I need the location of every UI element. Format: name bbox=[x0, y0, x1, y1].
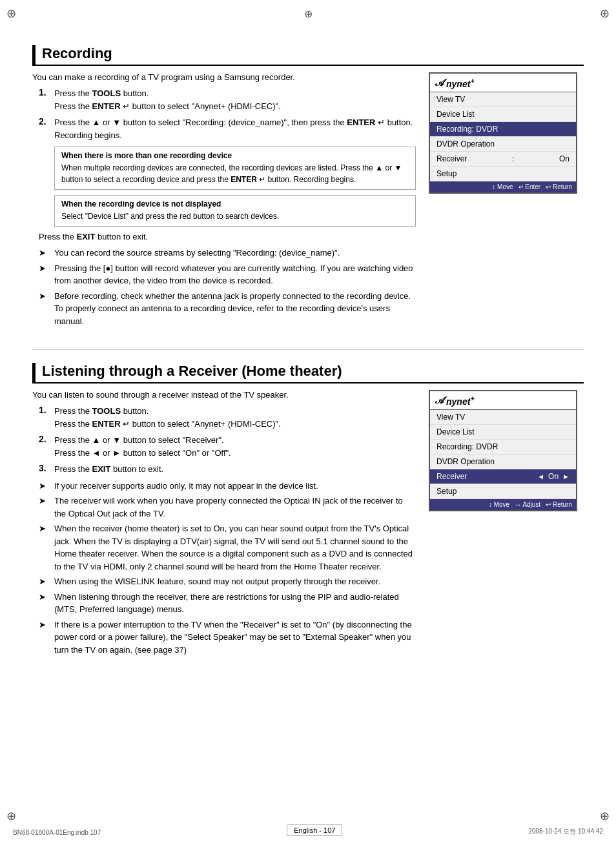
recv-step-2-number: 2. bbox=[39, 434, 54, 459]
anynet-brand-text-2: nynet+ bbox=[446, 394, 475, 407]
menu-item-device-list[interactable]: Device List bbox=[430, 107, 576, 122]
footer-2-move: ↕ Move bbox=[489, 501, 509, 508]
footer-2-adjust: ↔ Adjust bbox=[515, 501, 540, 508]
exit-note: Press the EXIT button to exit. bbox=[39, 232, 416, 241]
menu-header-receiver: 𝒜 nynet+ bbox=[430, 391, 576, 410]
page-footer: BN68-01800A-01Eng.indb 107 English - 107… bbox=[0, 824, 616, 836]
recv-step-3-content: Press the EXIT button to exit. bbox=[54, 463, 416, 476]
recv-step-1-content: Press the TOOLS button. Press the ENTER … bbox=[54, 405, 416, 430]
recv-note-4: ➤ When using the WISELINK feature, sound… bbox=[39, 575, 416, 588]
recv-note-arrow-4: ➤ bbox=[39, 575, 52, 588]
receiver-2-label: Receiver bbox=[436, 472, 467, 481]
info-box-not-displayed: When the recording device is not display… bbox=[54, 195, 416, 227]
info-box-2-content: Select "Device List" and press the red b… bbox=[61, 210, 409, 222]
footer-enter: ↵ Enter bbox=[518, 183, 541, 190]
recv-note-4-content: When using the WISELINK feature, sound m… bbox=[54, 575, 416, 588]
note-3-content: Before recording, check whether the ante… bbox=[54, 290, 416, 328]
recv-note-5-content: When listening through the receiver, the… bbox=[54, 591, 416, 616]
recv-note-2-content: The receiver will work when you have pro… bbox=[54, 495, 416, 520]
menu-item-2-receiver[interactable]: Receiver ◄ On ► bbox=[430, 469, 576, 484]
anynet-brand-icon-2: 𝒜 bbox=[435, 394, 444, 406]
recv-step-2: 2. Press the ▲ or ▼ button to select "Re… bbox=[39, 434, 416, 459]
recv-note-1-content: If your receiver supports audio only, it… bbox=[54, 480, 416, 493]
anynet-brand-icon: 𝒜 bbox=[435, 77, 444, 88]
recv-note-2: ➤ The receiver will work when you have p… bbox=[39, 495, 416, 520]
recv-note-6: ➤ If there is a power interruption to th… bbox=[39, 619, 416, 657]
recv-note-1: ➤ If your receiver supports audio only, … bbox=[39, 480, 416, 493]
corner-marker-br: ⊕ bbox=[600, 809, 610, 823]
section-title-recording: Recording bbox=[32, 45, 584, 66]
anynet-brand-text: nynet+ bbox=[446, 76, 475, 89]
recv-note-3-content: When the receiver (home theater) is set … bbox=[54, 522, 416, 573]
top-center-marker: ⊕ bbox=[304, 8, 313, 20]
note-2-content: Pressing the [●] button will record what… bbox=[54, 262, 416, 287]
recv-step-3-number: 3. bbox=[39, 463, 54, 476]
anynet-menu-receiver: 𝒜 nynet+ View TV Device List Recording: … bbox=[429, 390, 584, 659]
menu-item-view-tv[interactable]: View TV bbox=[430, 92, 576, 107]
step-2: 2. Press the ▲ or ▼ button to select "Re… bbox=[39, 116, 416, 141]
menu-box-recording: 𝒜 nynet+ View TV Device List Recording: … bbox=[429, 72, 577, 194]
footer-move: ↕ Move bbox=[492, 183, 513, 190]
menu-item-2-view-tv[interactable]: View TV bbox=[430, 410, 576, 425]
receiver-separator: : bbox=[512, 154, 514, 163]
corner-marker-tr: ⊕ bbox=[600, 6, 610, 21]
menu-item-setup[interactable]: Setup bbox=[430, 167, 576, 181]
step-2-number: 2. bbox=[39, 116, 54, 141]
menu-box-receiver: 𝒜 nynet+ View TV Device List Recording: … bbox=[429, 390, 577, 511]
page-container: ⊕ ⊕ ⊕ Recording You can make a recording… bbox=[0, 0, 616, 849]
info-box-multiple-devices: When there is more than one recording de… bbox=[54, 147, 416, 190]
recv-step-1-number: 1. bbox=[39, 405, 54, 430]
anynet-menu-recording: 𝒜 nynet+ View TV Device List Recording: … bbox=[429, 72, 584, 330]
right-arrow: ► bbox=[562, 473, 570, 480]
recv-note-5: ➤ When listening through the receiver, t… bbox=[39, 591, 416, 616]
footer-badge: English - 107 bbox=[287, 824, 342, 836]
note-1: ➤ You can record the source streams by s… bbox=[39, 247, 416, 260]
recv-step-2-content: Press the ▲ or ▼ button to select "Recei… bbox=[54, 434, 416, 459]
recording-layout: You can make a recording of a TV program… bbox=[32, 72, 584, 330]
footer-left: BN68-01800A-01Eng.indb 107 bbox=[13, 829, 101, 836]
recv-step-1: 1. Press the TOOLS button. Press the ENT… bbox=[39, 405, 416, 430]
menu-item-2-recording-dvdr[interactable]: Recording: DVDR bbox=[430, 440, 576, 455]
receiver-intro: You can listen to sound through a receiv… bbox=[32, 390, 416, 400]
recv-note-arrow-6: ➤ bbox=[39, 619, 52, 657]
section-recording: Recording You can make a recording of a … bbox=[32, 45, 584, 330]
menu-item-recording-dvdr[interactable]: Recording: DVDR bbox=[430, 122, 576, 137]
note-arrow-2: ➤ bbox=[39, 262, 52, 287]
corner-marker-bl: ⊕ bbox=[6, 809, 16, 823]
menu-footer-receiver: ↕ Move ↔ Adjust ↩ Return bbox=[430, 499, 576, 510]
recording-intro: You can make a recording of a TV program… bbox=[32, 72, 416, 82]
note-arrow-1: ➤ bbox=[39, 247, 52, 260]
menu-item-2-dvdr-operation[interactable]: DVDR Operation bbox=[430, 455, 576, 469]
menu-item-2-device-list[interactable]: Device List bbox=[430, 425, 576, 440]
receiver-2-value: On bbox=[548, 472, 559, 481]
step-1-content: Press the TOOLS button. Press the ENTER … bbox=[54, 87, 416, 112]
left-arrow: ◄ bbox=[537, 473, 544, 480]
footer-center: English - 107 bbox=[287, 824, 342, 836]
recv-note-3: ➤ When the receiver (home theater) is se… bbox=[39, 522, 416, 573]
receiver-steps: 1. Press the TOOLS button. Press the ENT… bbox=[39, 405, 416, 476]
note-1-content: You can record the source streams by sel… bbox=[54, 247, 416, 260]
receiver-layout: You can listen to sound through a receiv… bbox=[32, 390, 584, 659]
step-1-number: 1. bbox=[39, 87, 54, 112]
menu-item-2-setup[interactable]: Setup bbox=[430, 484, 576, 499]
note-2: ➤ Pressing the [●] button will record wh… bbox=[39, 262, 416, 287]
section-receiver: Listening through a Receiver (Home theat… bbox=[32, 363, 584, 659]
recv-note-arrow-3: ➤ bbox=[39, 522, 52, 573]
step-1: 1. Press the TOOLS button. Press the ENT… bbox=[39, 87, 416, 112]
menu-item-receiver[interactable]: Receiver : On bbox=[430, 152, 576, 167]
recv-step-3: 3. Press the EXIT button to exit. bbox=[39, 463, 416, 476]
note-arrow-3: ➤ bbox=[39, 290, 52, 328]
section-divider bbox=[32, 349, 584, 350]
receiver-label: Receiver bbox=[436, 154, 467, 163]
receiver-nav: ◄ On ► bbox=[537, 472, 570, 481]
menu-item-dvdr-operation[interactable]: DVDR Operation bbox=[430, 137, 576, 152]
info-box-1-content: When multiple recording devices are conn… bbox=[61, 162, 409, 185]
note-3: ➤ Before recording, check whether the an… bbox=[39, 290, 416, 328]
recording-steps: 1. Press the TOOLS button. Press the ENT… bbox=[39, 87, 416, 227]
recording-main: You can make a recording of a TV program… bbox=[32, 72, 416, 330]
menu-footer-recording: ↕ Move ↵ Enter ↩ Return bbox=[430, 181, 576, 192]
info-box-2-title: When the recording device is not display… bbox=[61, 199, 409, 209]
recv-note-arrow-5: ➤ bbox=[39, 591, 52, 616]
info-box-1-title: When there is more than one recording de… bbox=[61, 151, 409, 160]
section-title-receiver: Listening through a Receiver (Home theat… bbox=[32, 363, 584, 384]
